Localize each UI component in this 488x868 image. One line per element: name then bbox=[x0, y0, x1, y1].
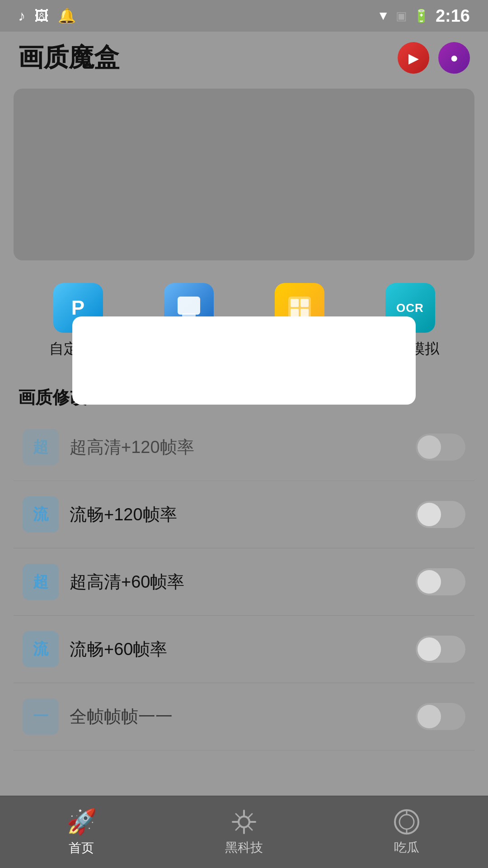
quality-name-smooth-60: 流畅+60帧率 bbox=[70, 638, 405, 661]
status-bar: ♪ 🖼 🔔 ▼ ▣ 🔋 2:16 bbox=[0, 0, 488, 32]
quality-item-smooth-60[interactable]: 流 流畅+60帧率 bbox=[14, 616, 474, 683]
toggle-ultra-hd-60[interactable] bbox=[416, 568, 465, 595]
svg-rect-5 bbox=[291, 309, 299, 317]
home-rocket-icon: 🚀 bbox=[66, 807, 97, 836]
quality-badge-other: 一 bbox=[23, 698, 59, 735]
grape-button[interactable]: ● bbox=[438, 42, 470, 74]
tiktok-icon: ♪ bbox=[18, 8, 25, 24]
svg-point-17 bbox=[399, 815, 414, 829]
toggle-ultra-hd-120[interactable] bbox=[416, 434, 465, 461]
svg-rect-3 bbox=[291, 299, 299, 307]
quality-name-ultra-hd-60: 超高清+60帧率 bbox=[70, 571, 405, 594]
status-bar-left: ♪ 🖼 🔔 bbox=[18, 7, 76, 24]
svg-rect-6 bbox=[300, 309, 309, 317]
app-header: 画质魔盒 ▶ ● bbox=[0, 32, 488, 84]
quality-badge-ultra-hd-60: 超 bbox=[23, 564, 59, 600]
app-title: 画质魔盒 bbox=[18, 41, 119, 75]
svg-line-12 bbox=[236, 814, 240, 818]
bell-icon: 🔔 bbox=[58, 7, 76, 24]
quality-badge-smooth-120: 流 bbox=[23, 496, 59, 533]
status-bar-right: ▼ ▣ 🔋 2:16 bbox=[377, 6, 470, 26]
modal-box bbox=[72, 316, 416, 405]
svg-rect-0 bbox=[178, 297, 200, 315]
svg-line-15 bbox=[236, 826, 240, 830]
quality-item-ultra-hd-120[interactable]: 超 超高清+120帧率 bbox=[14, 414, 474, 481]
tech-icon bbox=[230, 808, 258, 835]
wifi-icon: ▼ bbox=[377, 9, 389, 23]
quality-badge-ultra-hd-120: 超 bbox=[23, 429, 59, 465]
play-button[interactable]: ▶ bbox=[398, 42, 429, 74]
toggle-smooth-60[interactable] bbox=[416, 636, 465, 663]
banner-area bbox=[14, 89, 474, 260]
toggle-other[interactable] bbox=[416, 703, 465, 730]
image-icon: 🖼 bbox=[34, 8, 49, 24]
eatmelon-icon bbox=[393, 808, 420, 835]
svg-rect-4 bbox=[300, 299, 309, 307]
quality-name-smooth-120: 流畅+120帧率 bbox=[70, 503, 405, 526]
toggle-smooth-120[interactable] bbox=[416, 501, 465, 528]
custom-quality-icon: P bbox=[71, 297, 84, 319]
nav-item-home[interactable]: 🚀 首页 bbox=[0, 807, 163, 857]
eatmelon-label: 吃瓜 bbox=[394, 839, 419, 856]
quality-badge-smooth-60: 流 bbox=[23, 631, 59, 667]
svg-line-13 bbox=[248, 826, 252, 830]
quality-name-other: 全帧帧帧一一 bbox=[70, 705, 405, 728]
ocr-text: OCR bbox=[396, 301, 424, 315]
clock: 2:16 bbox=[436, 6, 470, 26]
svg-line-14 bbox=[248, 814, 252, 818]
quality-item-other[interactable]: 一 全帧帧帧一一 bbox=[14, 683, 474, 750]
quality-item-ultra-hd-60[interactable]: 超 超高清+60帧率 bbox=[14, 548, 474, 616]
tech-label: 黑科技 bbox=[225, 839, 263, 856]
nav-item-eatmelon[interactable]: 吃瓜 bbox=[325, 808, 488, 856]
nav-item-tech[interactable]: 黑科技 bbox=[163, 808, 325, 856]
header-icons: ▶ ● bbox=[398, 42, 470, 74]
quality-name-ultra-hd-120: 超高清+120帧率 bbox=[70, 436, 405, 459]
quality-item-smooth-120[interactable]: 流 流畅+120帧率 bbox=[14, 481, 474, 548]
bottom-nav: 🚀 首页 黑科技 吃瓜 bbox=[0, 796, 488, 868]
battery-icon: 🔋 bbox=[413, 9, 429, 24]
sim-icon: ▣ bbox=[396, 9, 407, 23]
main-container: 画质魔盒 ▶ ● P 自定画质 修复闪退 bbox=[0, 32, 488, 868]
home-label: 首页 bbox=[69, 840, 94, 857]
